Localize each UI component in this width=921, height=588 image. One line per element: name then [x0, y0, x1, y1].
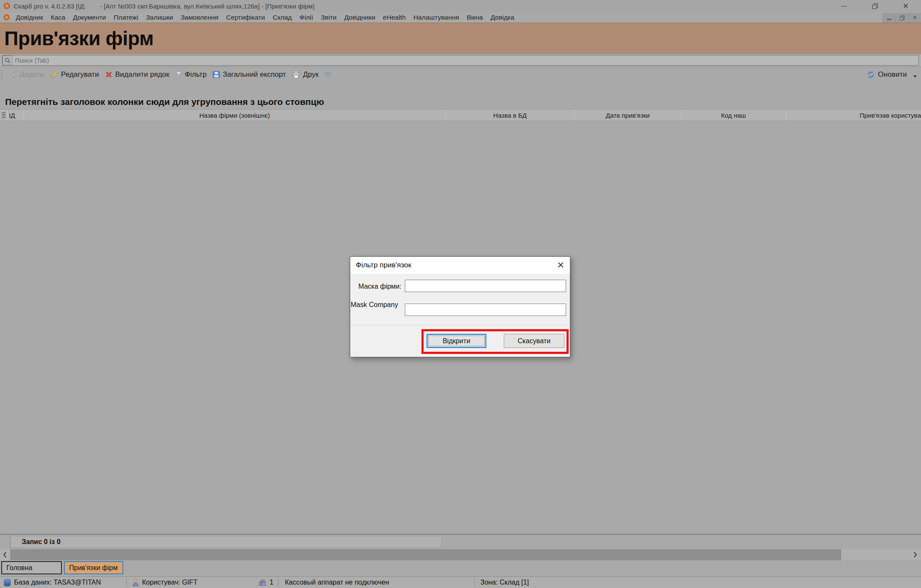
record-count-panel: Запис 0 із 0 [10, 536, 442, 548]
group-by-hint: Перетягніть заголовок колонки сюди для у… [5, 97, 324, 107]
status-bar: База даних: TASA3@TITAN Користувач: GIFT… [0, 576, 921, 588]
menu-zvity[interactable]: Звіти [317, 14, 340, 21]
menu-bar: Довідник Каса Документи Платежі Залишки … [0, 12, 921, 23]
menu-sklad[interactable]: Склад [269, 14, 296, 21]
cash-register-icon [258, 579, 267, 586]
column-chooser-button[interactable] [322, 71, 334, 78]
menu-ehealth[interactable]: eHealth [379, 14, 410, 21]
menu-dokumenty[interactable]: Документи [69, 14, 110, 21]
column-header-bound-by-user[interactable]: Прив'язав користува [786, 110, 921, 121]
tab-pryviazky-firm[interactable]: Прив'язки фірм [64, 561, 123, 574]
refresh-icon [866, 70, 875, 79]
page-header: Прив'язки фірм [0, 23, 921, 54]
add-button[interactable]: Додати [7, 70, 47, 79]
window-title: Скарб pro v. 4.0.2.83 [ІД: - [Апт №003 с… [14, 3, 314, 10]
search-row [0, 54, 921, 67]
row-indicator-column [0, 110, 8, 121]
mdi-restore-icon [900, 15, 905, 20]
refresh-dropdown-caret[interactable] [913, 75, 917, 78]
edit-button[interactable]: Редагувати [47, 70, 102, 79]
pencil-icon [50, 70, 58, 79]
horizontal-scrollbar[interactable] [0, 549, 921, 560]
menu-kasa[interactable]: Каса [47, 14, 69, 21]
column-header-id[interactable]: ІД [8, 110, 24, 121]
dialog-close-button[interactable]: ✕ [557, 261, 564, 269]
column-header-firm-name[interactable]: Назва фірми (зовнішнє) [24, 110, 446, 121]
refresh-button[interactable]: Оновити [863, 70, 910, 79]
menu-dovidka[interactable]: Довідка [487, 14, 518, 21]
column-header-bind-date[interactable]: Дата прив'язки [575, 110, 681, 121]
minimize-button[interactable] [829, 0, 860, 12]
column-header-our-code[interactable]: Код наш [681, 110, 786, 121]
statusbar-register-count: 1 [270, 579, 273, 586]
dialog-title: Фільтр прив'язок [356, 261, 411, 269]
search-icon [5, 58, 11, 64]
mdi-minimize-icon [887, 19, 892, 20]
statusbar-database: База даних: TASA3@TITAN [14, 579, 101, 586]
export-button[interactable]: Загальний експорт [209, 70, 289, 79]
app-logo-icon [3, 2, 11, 10]
scrollbar-thumb[interactable] [10, 549, 841, 560]
red-x-icon [105, 71, 113, 78]
statusbar-separator [278, 578, 279, 587]
mask-company-label: Mask Company [351, 301, 402, 309]
group-by-panel[interactable]: Перетягніть заголовок колонки сюди для у… [0, 82, 921, 109]
page-title: Прив'язки фірм [4, 27, 154, 50]
menu-zamovlennia[interactable]: Замовлення [177, 14, 222, 21]
menu-platezhi[interactable]: Платежі [110, 14, 142, 21]
menu-filii[interactable]: Філії [296, 14, 317, 21]
toolbar: Додати Редагувати Видалити рядок Фільтр … [0, 67, 921, 82]
menu-dovidnyky[interactable]: Довідники [340, 14, 379, 21]
mask-firm-label: Маска фірми: [350, 283, 401, 290]
printer-icon [292, 71, 300, 79]
menu-vikna[interactable]: Вікна [463, 14, 487, 21]
window-tabs: Головна Прив'язки фірм [0, 561, 921, 576]
print-button[interactable]: Друк [289, 70, 322, 79]
mask-firm-input[interactable] [405, 280, 566, 292]
title-bar: Скарб pro v. 4.0.2.83 [ІД: - [Апт №003 с… [0, 0, 921, 12]
funnel-icon [175, 71, 182, 78]
minimize-icon [841, 6, 847, 6]
column-header-db-name[interactable]: Назва в БД [446, 110, 575, 121]
mdi-minimize-button[interactable] [883, 13, 895, 23]
statusbar-zone: Зона: Склад [1] [480, 579, 529, 586]
mdi-restore-button[interactable] [895, 13, 908, 23]
user-icon [132, 579, 139, 586]
grid-grip-icon [2, 112, 6, 118]
dialog-title-bar[interactable]: Фільтр прив'язок [350, 257, 570, 274]
menu-dovidnyk[interactable]: Довідник [12, 14, 47, 21]
grid-header-row: ІД Назва фірми (зовнішнє) Назва в БД Дат… [0, 109, 921, 121]
cancel-button[interactable]: Скасувати [504, 334, 564, 348]
scroll-left-button[interactable] [0, 549, 9, 560]
open-button[interactable]: Відкрити [427, 334, 486, 348]
search-input[interactable] [12, 57, 918, 64]
delete-row-button[interactable]: Видалити рядок [102, 70, 172, 79]
dialog-footer-divider [350, 325, 570, 325]
chevron-left-icon [3, 551, 7, 558]
statusbar-separator [126, 578, 127, 587]
menu-zalyshky[interactable]: Залишки [142, 14, 177, 21]
restore-button[interactable] [860, 0, 890, 12]
menu-nalashtuvannia[interactable]: Налаштування [410, 14, 463, 21]
mask-company-input[interactable] [405, 304, 566, 316]
toolbar-grip-handle[interactable] [1, 70, 3, 79]
filter-dialog: Фільтр прив'язок ✕ Маска фірми: Mask Com… [350, 256, 570, 357]
columns-icon [325, 71, 331, 78]
record-status-row: Запис 0 із 0 [0, 534, 921, 549]
scroll-right-button[interactable] [911, 549, 920, 560]
tab-holovna[interactable]: Головна [1, 561, 62, 574]
mdi-close-icon: ✕ [912, 14, 917, 21]
app-logo-icon-small [3, 14, 10, 21]
restore-icon [872, 3, 878, 9]
record-status-corner [0, 535, 10, 549]
search-box [2, 55, 919, 66]
close-button[interactable]: ✕ [890, 0, 921, 12]
filter-button[interactable]: Фільтр [172, 70, 209, 79]
statusbar-register-status: Кассовый аппарат не подключен [285, 579, 389, 586]
application-window: Скарб pro v. 4.0.2.83 [ІД: - [Апт №003 с… [0, 0, 921, 588]
mdi-close-button[interactable]: ✕ [908, 13, 921, 23]
plus-icon [10, 71, 17, 78]
search-button[interactable] [3, 55, 12, 65]
menu-sertyfikaty[interactable]: Сертифікати [222, 14, 269, 21]
statusbar-user: Користувач: GIFT [142, 579, 198, 586]
